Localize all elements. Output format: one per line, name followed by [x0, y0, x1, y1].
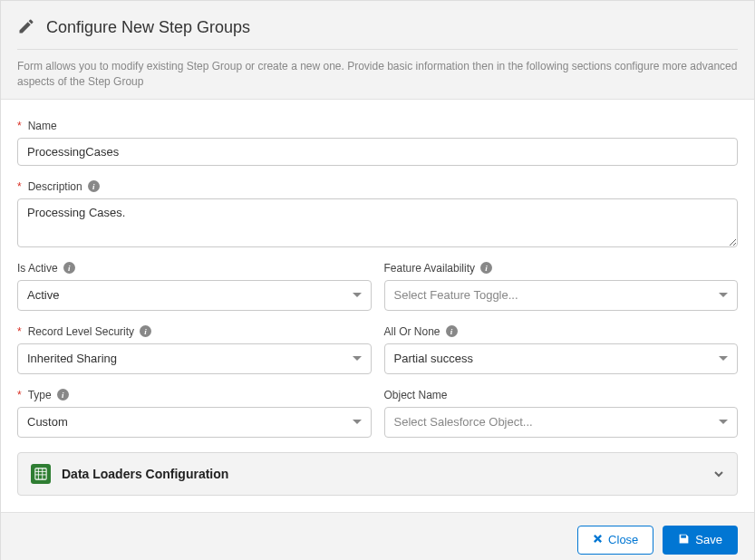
- required-mark: *: [17, 325, 22, 338]
- close-button-label: Close: [608, 533, 638, 546]
- type-value: Custom: [27, 415, 68, 429]
- description-field: * Description i Processing Cases.: [17, 180, 738, 247]
- close-icon: [593, 533, 603, 546]
- feature-availability-field: Feature Availability i Select Feature To…: [384, 262, 739, 311]
- required-mark: *: [17, 180, 22, 193]
- configure-step-groups-dialog: Configure New Step Groups Form allows yo…: [0, 0, 755, 560]
- info-icon[interactable]: i: [446, 325, 458, 337]
- chevron-down-icon: [719, 420, 728, 424]
- accordion-header[interactable]: Data Loaders Configuration: [18, 453, 737, 495]
- info-icon[interactable]: i: [88, 180, 100, 192]
- object-name-placeholder: Select Salesforce Object...: [394, 415, 533, 429]
- all-or-none-label: All Or None: [384, 325, 440, 338]
- name-field: * Name: [17, 120, 738, 166]
- chevron-down-icon: [353, 293, 362, 297]
- object-name-label: Object Name: [384, 389, 448, 401]
- required-mark: *: [17, 120, 22, 132]
- title-row: Configure New Step Groups: [17, 17, 738, 50]
- accordion-title: Data Loaders Configuration: [62, 467, 702, 481]
- object-name-field: Object Name Select Salesforce Object...: [384, 389, 739, 438]
- info-icon[interactable]: i: [140, 325, 151, 337]
- chevron-down-icon: [719, 293, 728, 297]
- name-input[interactable]: [17, 138, 738, 166]
- dialog-title: Configure New Step Groups: [46, 18, 250, 37]
- save-button[interactable]: Save: [663, 526, 738, 555]
- is-active-label: Is Active: [17, 262, 58, 275]
- record-level-security-label: Record Level Security: [28, 325, 134, 338]
- description-label: Description: [28, 180, 82, 193]
- data-loaders-icon: [31, 464, 51, 484]
- description-input[interactable]: Processing Cases.: [17, 198, 738, 247]
- record-level-security-select[interactable]: Inherited Sharing: [17, 343, 372, 374]
- feature-availability-placeholder: Select Feature Toggle...: [394, 288, 518, 302]
- data-loaders-accordion: Data Loaders Configuration: [17, 452, 738, 496]
- svg-rect-0: [35, 468, 46, 478]
- dialog-footer: Close Save: [1, 512, 754, 560]
- chevron-down-icon: [353, 356, 362, 361]
- close-button[interactable]: Close: [577, 526, 653, 555]
- name-label: Name: [28, 120, 57, 132]
- feature-availability-select[interactable]: Select Feature Toggle...: [384, 280, 739, 311]
- required-mark: *: [17, 389, 22, 401]
- chevron-down-icon: [719, 356, 728, 361]
- dialog-body: * Name * Description i Processing Cases.: [1, 99, 754, 512]
- chevron-down-icon: [353, 420, 362, 424]
- save-button-label: Save: [695, 533, 722, 546]
- all-or-none-select[interactable]: Partial success: [384, 343, 739, 374]
- all-or-none-value: Partial success: [394, 352, 473, 365]
- info-icon[interactable]: i: [63, 262, 75, 274]
- is-active-field: Is Active i Active: [17, 262, 372, 311]
- all-or-none-field: All Or None i Partial success: [384, 325, 739, 374]
- record-level-security-value: Inherited Sharing: [27, 352, 117, 365]
- is-active-select[interactable]: Active: [17, 280, 372, 311]
- edit-icon: [17, 17, 35, 38]
- dialog-subtitle: Form allows you to modify existing Step …: [17, 59, 738, 90]
- type-field: * Type i Custom: [17, 389, 372, 438]
- dialog-header: Configure New Step Groups Form allows yo…: [1, 1, 754, 99]
- chevron-down-icon: [713, 468, 724, 479]
- save-icon: [678, 533, 690, 547]
- info-icon[interactable]: i: [57, 389, 69, 401]
- is-active-value: Active: [27, 288, 59, 302]
- feature-availability-label: Feature Availability: [384, 262, 476, 275]
- type-label: Type: [28, 389, 52, 401]
- type-select[interactable]: Custom: [17, 407, 372, 438]
- object-name-select[interactable]: Select Salesforce Object...: [384, 407, 739, 438]
- info-icon[interactable]: i: [480, 262, 492, 274]
- record-level-security-field: * Record Level Security i Inherited Shar…: [17, 325, 372, 374]
